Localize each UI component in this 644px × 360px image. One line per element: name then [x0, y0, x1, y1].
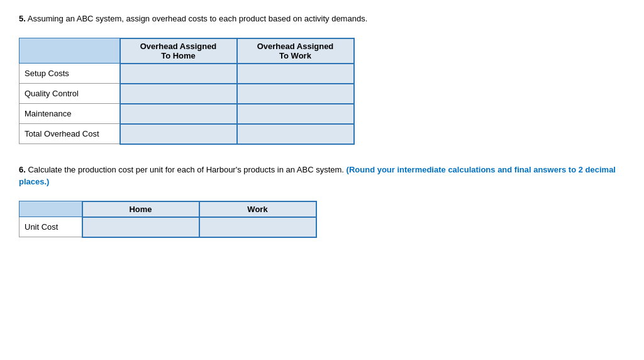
table-row: Maintenance: [19, 104, 354, 124]
home-input[interactable]: [126, 87, 231, 101]
q6-empty-header: [19, 201, 82, 217]
work-input[interactable]: [243, 87, 348, 101]
home-input-cell[interactable]: [120, 124, 237, 144]
home-input[interactable]: [126, 67, 231, 81]
q6-col1-header: Home: [82, 201, 199, 217]
home-input[interactable]: [126, 107, 231, 121]
table-row: Setup Costs: [19, 64, 354, 84]
q5-empty-header: [19, 38, 120, 64]
row-label: Setup Costs: [19, 64, 120, 84]
work-input[interactable]: [243, 127, 348, 141]
q6-table: Home Work Unit Cost: [19, 201, 317, 238]
work-input-cell[interactable]: [237, 84, 354, 104]
home-input[interactable]: [126, 127, 231, 141]
work-input-cell[interactable]: [237, 124, 354, 144]
question6-text: 6. Calculate the production cost per uni…: [19, 164, 625, 188]
table-row: Unit Cost: [19, 217, 316, 237]
work-input-cell[interactable]: [237, 104, 354, 124]
work-input[interactable]: [243, 67, 348, 81]
work-input[interactable]: [205, 220, 311, 234]
home-input-cell[interactable]: [120, 84, 237, 104]
home-input[interactable]: [88, 220, 194, 234]
q5-col1-header: Overhead Assigned To Home: [120, 38, 237, 64]
q5-table: Overhead Assigned To Home Overhead Assig…: [19, 38, 355, 145]
work-input[interactable]: [243, 107, 348, 121]
q5-col2-header: Overhead Assigned To Work: [237, 38, 354, 64]
work-input-cell[interactable]: [199, 217, 316, 237]
work-input-cell[interactable]: [237, 64, 354, 84]
q5-body: Assuming an ABC system, assign overhead …: [26, 14, 367, 23]
row-label: Total Overhead Cost: [19, 124, 120, 144]
question5-section: 5. Assuming an ABC system, assign overhe…: [19, 13, 625, 145]
q6-number: 6.: [19, 165, 26, 174]
table-row: Total Overhead Cost: [19, 124, 354, 144]
home-input-cell[interactable]: [82, 217, 199, 237]
q6-col2-header: Work: [199, 201, 316, 217]
table-row: Quality Control: [19, 84, 354, 104]
home-input-cell[interactable]: [120, 64, 237, 84]
question6-section: 6. Calculate the production cost per uni…: [19, 164, 625, 238]
row-label: Maintenance: [19, 104, 120, 124]
row-label: Quality Control: [19, 84, 120, 104]
q5-number: 5.: [19, 14, 26, 23]
q6-body: Calculate the production cost per unit f…: [26, 165, 347, 174]
row-label: Unit Cost: [19, 217, 82, 237]
question5-text: 5. Assuming an ABC system, assign overhe…: [19, 13, 625, 25]
home-input-cell[interactable]: [120, 104, 237, 124]
